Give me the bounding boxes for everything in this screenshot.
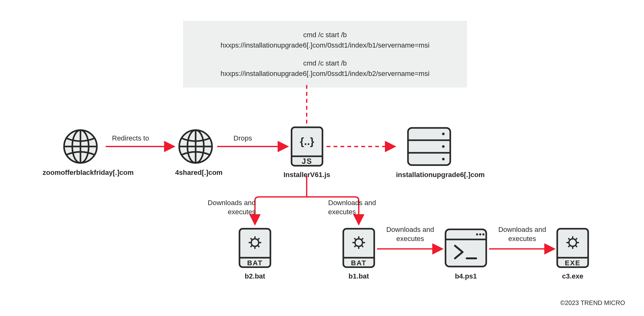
node-bat-b2: BAT b2.bat [238, 227, 272, 280]
cmd-line4: hxxps://installationupgrade6[.]com/0ssdt… [196, 68, 454, 79]
edge-dl-exec-ps1-exe: Downloads and executes [495, 225, 549, 243]
svg-text:JS: JS [302, 157, 312, 165]
svg-line-47 [354, 246, 356, 247]
svg-text:EXE: EXE [565, 259, 581, 267]
node-label: zoomofferblackfriday[.]com [43, 169, 118, 177]
node-label: InstallerV61.js [282, 171, 331, 179]
svg-point-52 [479, 233, 481, 235]
edge-dl-exec-left: Downloads and executes [205, 198, 256, 216]
server-icon [405, 125, 453, 168]
node-js-file: JS {..} InstallerV61.js [282, 125, 331, 179]
svg-text:{..}: {..} [300, 135, 314, 147]
copyright-text: ©2023 TREND MICRO [560, 299, 625, 307]
cmd-line3: cmd /c start /b [196, 58, 454, 68]
svg-point-23 [442, 145, 445, 148]
svg-line-66 [576, 238, 577, 239]
edge-dl-exec-right2: Downloads and executes [328, 198, 385, 216]
svg-line-65 [568, 246, 570, 247]
node-label: installationupgrade6[.]com [396, 171, 462, 179]
edge-drops-label: Drops [233, 134, 252, 143]
node-label: 4shared[.]com [175, 169, 216, 177]
edge-dl-exec-b1-ps1: Downloads and executes [383, 225, 437, 243]
svg-line-33 [251, 238, 252, 239]
node-label: b1.bat [341, 272, 376, 280]
svg-line-46 [362, 246, 363, 247]
svg-point-51 [476, 233, 478, 235]
terminal-icon [443, 227, 489, 269]
cmd-line1: cmd /c start /b [196, 30, 454, 40]
svg-line-35 [251, 246, 252, 247]
js-file-icon: JS {..} [290, 125, 324, 168]
svg-line-63 [568, 238, 570, 239]
node-label: b2.bat [238, 272, 272, 280]
svg-point-24 [442, 158, 445, 160]
cmd-line2: hxxps://installationupgrade6[.]com/0ssdt… [196, 40, 454, 50]
svg-point-53 [482, 233, 484, 235]
node-exe: EXE c3.exe [555, 227, 590, 280]
svg-text:BAT: BAT [351, 259, 367, 267]
node-label: b4.ps1 [443, 272, 489, 280]
svg-text:BAT: BAT [247, 259, 263, 267]
svg-line-45 [354, 238, 356, 239]
command-box: cmd /c start /b hxxps://installationupgr… [183, 21, 467, 88]
svg-line-48 [362, 238, 363, 239]
node-globe-4shared: 4shared[.]com [175, 128, 216, 177]
exe-file-icon: EXE [555, 227, 590, 269]
node-ps1: b4.ps1 [443, 227, 489, 280]
node-label: c3.exe [555, 272, 590, 280]
globe-icon [62, 128, 99, 165]
svg-line-64 [576, 246, 577, 247]
node-server: installationupgrade6[.]com [396, 125, 462, 179]
svg-point-22 [442, 133, 445, 135]
bat-file-icon: BAT [238, 227, 272, 269]
bat-file-icon: BAT [341, 227, 376, 269]
svg-line-34 [258, 246, 259, 247]
node-bat-b1: BAT b1.bat [341, 227, 376, 280]
node-globe-zoomoffer: zoomofferblackfriday[.]com [43, 128, 118, 177]
svg-line-36 [258, 238, 259, 239]
globe-icon [177, 128, 215, 165]
